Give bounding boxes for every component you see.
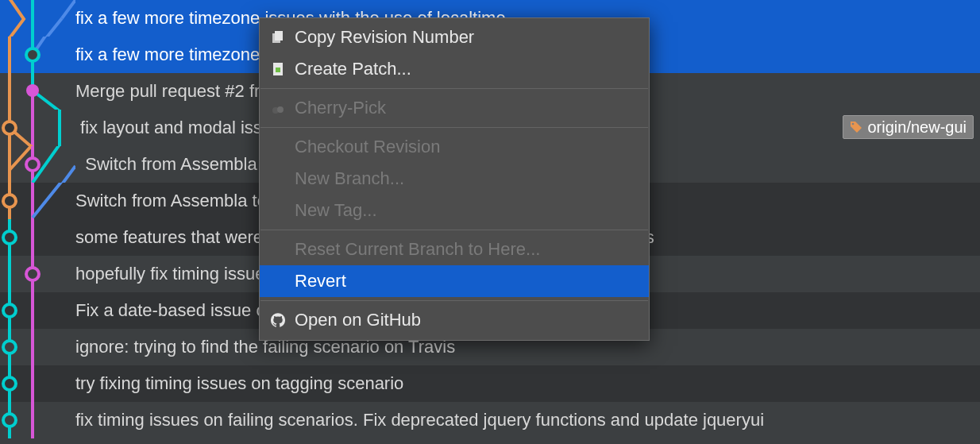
commit-message: fix layout and modal issues (75, 118, 290, 138)
commit-row[interactable]: fix timing issues on failing scenarios. … (0, 402, 980, 438)
graph-segment (0, 292, 75, 329)
graph-segment (0, 110, 75, 146)
graph-segment (0, 0, 75, 37)
menu-item-label: Create Patch... (295, 59, 411, 79)
menu-separator (260, 300, 648, 301)
menu-item-label: Checkout Revision (295, 137, 440, 157)
graph-segment (0, 37, 75, 73)
menu-item-revert[interactable]: Revert (260, 265, 649, 297)
graph-segment (0, 329, 75, 365)
menu-item-label: Copy Revision Number (295, 27, 474, 48)
menu-item-label: Reset Current Branch to Here... (295, 239, 540, 260)
patch-icon (269, 60, 287, 78)
svg-point-5 (3, 195, 16, 207)
menu-item-copy-revision[interactable]: Copy Revision Number (260, 21, 649, 53)
cherries-icon (269, 99, 287, 117)
menu-item-checkout-revision: Checkout Revision (260, 131, 649, 163)
svg-point-9 (3, 341, 16, 353)
graph-segment (0, 183, 75, 219)
menu-item-label: Cherry-Pick (295, 98, 386, 118)
menu-item-cherry-pick: Cherry-Pick (260, 92, 649, 124)
menu-item-label: New Branch... (295, 168, 404, 189)
graph-segment (0, 219, 75, 256)
graph-segment (0, 402, 75, 438)
svg-point-17 (277, 106, 284, 113)
menu-item-reset-branch: Reset Current Branch to Here... (260, 234, 649, 265)
menu-item-create-patch[interactable]: Create Patch... (260, 53, 649, 85)
menu-item-label: New Tag... (295, 200, 377, 221)
svg-rect-15 (276, 68, 280, 72)
svg-point-11 (3, 414, 16, 427)
menu-item-label: Revert (295, 271, 346, 291)
graph-segment (0, 256, 75, 292)
tag-icon (850, 121, 862, 133)
copy-icon (269, 29, 287, 46)
menu-separator (260, 127, 648, 128)
svg-point-1 (26, 84, 39, 97)
svg-point-6 (3, 231, 16, 244)
github-icon (269, 311, 287, 329)
context-menu: Copy Revision Number Create Patch... Che… (259, 17, 650, 341)
svg-point-4 (26, 158, 39, 171)
svg-point-0 (26, 48, 39, 61)
svg-point-7 (26, 268, 39, 280)
svg-point-8 (3, 304, 16, 317)
menu-item-label: Open on GitHub (295, 310, 421, 330)
menu-item-new-tag: New Tag... (260, 195, 649, 226)
commit-message: fix timing issues on failing scenarios. … (75, 410, 764, 430)
menu-item-open-on-github[interactable]: Open on GitHub (260, 304, 649, 336)
menu-separator (260, 230, 648, 230)
svg-rect-13 (275, 31, 283, 41)
graph-segment (0, 365, 75, 402)
branch-tag[interactable]: origin/new-gui (843, 115, 974, 139)
commit-row[interactable]: try fixing timing issues on tagging scen… (0, 365, 980, 402)
graph-segment (0, 146, 75, 183)
svg-point-10 (3, 377, 16, 390)
commit-message: try fixing timing issues on tagging scen… (75, 373, 403, 394)
menu-separator (260, 88, 648, 89)
menu-item-new-branch: New Branch... (260, 163, 649, 195)
svg-point-3 (852, 123, 855, 125)
graph-segment (0, 73, 75, 110)
svg-point-2 (3, 122, 16, 134)
branch-tag-label: origin/new-gui (867, 118, 966, 137)
